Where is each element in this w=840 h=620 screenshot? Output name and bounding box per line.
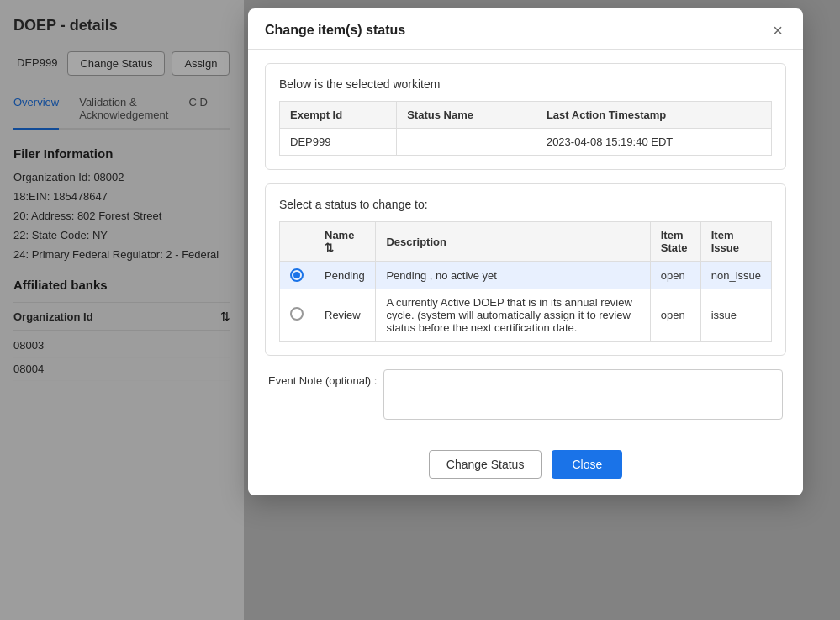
radio-pending[interactable] xyxy=(290,268,304,282)
workitem-section: Below is the selected workitem Exempt Id… xyxy=(265,63,786,170)
col-name: Name ⇅ xyxy=(314,222,376,262)
workitem-section-label: Below is the selected workitem xyxy=(279,77,772,91)
event-note-row: Event Note (optional) : xyxy=(265,369,786,420)
col-radio xyxy=(280,222,314,262)
radio-cell-pending[interactable] xyxy=(280,262,314,289)
status-state-pending: open xyxy=(650,262,700,289)
workitem-exempt-id: DEP999 xyxy=(280,129,397,156)
workitem-timestamp: 2023-04-08 15:19:40 EDT xyxy=(536,129,771,156)
status-section-label: Select a status to change to: xyxy=(279,198,772,211)
radio-review[interactable] xyxy=(290,307,304,321)
col-status-name: Status Name xyxy=(397,102,536,129)
col-item-issue: Item Issue xyxy=(700,222,771,262)
workitem-row: DEP999 2023-04-08 15:19:40 EDT xyxy=(280,129,772,156)
status-table: Name ⇅ Description Item State Item Issue… xyxy=(279,221,772,342)
status-issue-pending: non_issue xyxy=(700,262,771,289)
change-status-button[interactable]: Change Status xyxy=(429,450,542,479)
status-name-pending: Pending xyxy=(314,262,376,289)
status-state-review: open xyxy=(650,289,700,342)
status-row-pending: Pending Pending , no active yet open non… xyxy=(280,262,772,289)
modal-footer: Change Status Close xyxy=(248,450,803,479)
status-desc-pending: Pending , no active yet xyxy=(376,262,650,289)
radio-cell-review[interactable] xyxy=(280,289,314,342)
col-timestamp: Last Action Timestamp xyxy=(536,102,771,129)
status-issue-review: issue xyxy=(700,289,771,342)
status-name-review: Review xyxy=(314,289,376,342)
workitem-status-name xyxy=(397,129,536,156)
col-item-state: Item State xyxy=(650,222,700,262)
modal-title: Change item(s) status xyxy=(265,23,405,38)
modal-body: Below is the selected workitem Exempt Id… xyxy=(248,50,803,450)
modal-header: Change item(s) status × xyxy=(248,8,803,50)
close-button[interactable]: Close xyxy=(552,450,622,479)
change-status-modal: Change item(s) status × Below is the sel… xyxy=(248,8,803,495)
col-description: Description xyxy=(376,222,650,262)
status-selection-section: Select a status to change to: Name ⇅ Des… xyxy=(265,183,786,356)
status-row-review: Review A currently Active DOEP that is i… xyxy=(280,289,772,342)
workitem-table: Exempt Id Status Name Last Action Timest… xyxy=(279,101,772,156)
event-note-input[interactable] xyxy=(383,369,783,420)
col-exempt-id: Exempt Id xyxy=(280,102,397,129)
modal-close-button[interactable]: × xyxy=(769,22,786,39)
event-note-label: Event Note (optional) : xyxy=(268,369,377,387)
status-desc-review: A currently Active DOEP that is in its a… xyxy=(376,289,650,342)
